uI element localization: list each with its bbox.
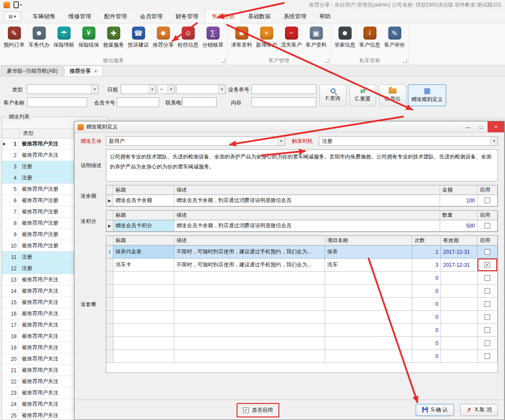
- group-dialog-launcher-icon[interactable]: [325, 59, 329, 63]
- package-enable-cell[interactable]: [478, 337, 498, 350]
- ribbon-insurance-claims-button[interactable]: ☂保险理赔: [51, 24, 76, 57]
- content-input[interactable]: [251, 97, 316, 107]
- package-desc-cell[interactable]: [174, 350, 325, 363]
- ribbon-lost-customer-button[interactable]: −流失客户: [279, 24, 304, 57]
- package-enable-cell-annotated[interactable]: [478, 259, 498, 272]
- package-expiry-cell[interactable]: [441, 324, 478, 337]
- package-project-cell[interactable]: [325, 311, 412, 324]
- package-expiry-cell[interactable]: [441, 272, 478, 285]
- points-title-cell[interactable]: 赠送会员卡积分: [113, 220, 174, 232]
- ribbon-appointment-orders-button[interactable]: ✎预约订单: [2, 24, 27, 57]
- package-enable-cell[interactable]: [478, 298, 498, 311]
- balance-title-cell[interactable]: 赠送会员卡余额: [113, 195, 174, 206]
- tab-close-icon[interactable]: ×: [94, 68, 97, 74]
- cancel-button[interactable]: ✗X.取 消: [460, 404, 498, 416]
- group-dialog-launcher-icon[interactable]: [221, 59, 225, 63]
- tab-function-navigation[interactable]: 豪华版--功能导航(AB): [1, 66, 63, 76]
- menu-member-management[interactable]: 会员管理: [133, 10, 169, 23]
- type-select[interactable]: [27, 84, 98, 94]
- ribbon-customer-info-button[interactable]: i客户信息: [357, 24, 382, 57]
- ribbon-butler-info-button[interactable]: ☻管家信息: [332, 24, 357, 57]
- package-enable-checkbox[interactable]: [485, 288, 490, 294]
- date-from-select[interactable]: [121, 84, 156, 94]
- balance-amount-cell[interactable]: 100: [440, 195, 478, 206]
- package-expiry-cell[interactable]: 2017-12-31: [441, 245, 478, 259]
- package-enable-checkbox[interactable]: [485, 353, 490, 359]
- package-expiry-cell[interactable]: [441, 337, 478, 350]
- package-project-cell[interactable]: [325, 337, 412, 350]
- ribbon-rescue-service-button[interactable]: ✚救援服务: [101, 24, 126, 57]
- package-title-cell[interactable]: [113, 285, 174, 298]
- package-enable-cell[interactable]: [478, 350, 498, 363]
- ribbon-prospect-info-button[interactable]: ☻潜客资料: [229, 24, 254, 57]
- package-desc-cell[interactable]: 不限时，可随时到店使用，建议通过手机预约，我们会为...: [174, 245, 325, 259]
- menu-repair-management[interactable]: 维修管理: [62, 10, 98, 23]
- package-project-cell[interactable]: [325, 350, 412, 363]
- rule-enable-group[interactable]: 是否启用: [237, 403, 279, 417]
- ribbon-complaints-button[interactable]: ☎投诉建议: [126, 24, 151, 57]
- package-enable-cell[interactable]: [478, 285, 498, 298]
- package-enable-cell[interactable]: [478, 324, 498, 337]
- package-desc-cell[interactable]: [174, 337, 325, 350]
- package-count-cell[interactable]: 0: [412, 285, 441, 298]
- balance-enable-checkbox[interactable]: [485, 198, 490, 203]
- menu-aftersales-marketing[interactable]: 售后营销: [205, 10, 241, 23]
- reset-button[interactable]: ⇄C.重置: [349, 84, 376, 106]
- ribbon-customer-files-button[interactable]: ▣客户资料: [304, 24, 329, 57]
- package-title-cell[interactable]: [113, 272, 174, 285]
- tab-referral-share[interactable]: 推荐分享×: [64, 66, 103, 76]
- balance-desc-cell[interactable]: 赠送会员卡余额，到店通过消费请说明是微信会员: [174, 195, 440, 206]
- order-no-input[interactable]: [251, 84, 316, 94]
- package-count-cell[interactable]: 0: [412, 337, 441, 350]
- trigger-time-select[interactable]: 注册: [319, 136, 498, 146]
- member-card-input[interactable]: [117, 97, 159, 107]
- package-title-cell[interactable]: 保养代金卷: [113, 245, 174, 259]
- menu-system-management[interactable]: 系统管理: [277, 10, 313, 23]
- package-expiry-cell[interactable]: 2017-12-31: [441, 259, 478, 272]
- package-count-cell[interactable]: 0: [412, 311, 441, 324]
- titlebar-dropdown-icon[interactable]: ▾: [20, 3, 22, 7]
- menu-base-data[interactable]: 基础数据: [241, 10, 277, 23]
- package-count-cell[interactable]: 0: [412, 324, 441, 337]
- ribbon-customer-review-button[interactable]: ✎客户评价: [382, 24, 407, 57]
- package-project-cell[interactable]: [325, 298, 412, 311]
- package-enable-cell[interactable]: [478, 311, 498, 324]
- close-button[interactable]: ×: [488, 121, 504, 132]
- package-expiry-cell[interactable]: [441, 298, 478, 311]
- menu-vehicle-sales[interactable]: 车辆销售: [26, 10, 62, 23]
- package-enable-cell[interactable]: [478, 272, 498, 285]
- package-count-cell[interactable]: 0: [412, 298, 441, 311]
- group-dialog-launcher-icon[interactable]: [403, 59, 407, 63]
- gift-rules-button[interactable]: ▦赠送规则定义: [408, 84, 446, 106]
- package-project-cell[interactable]: [325, 285, 412, 298]
- package-enable-checkbox[interactable]: [485, 275, 490, 281]
- package-project-cell[interactable]: 保养: [325, 245, 412, 259]
- package-title-cell[interactable]: 洗车卡: [113, 259, 174, 272]
- package-desc-cell[interactable]: [174, 285, 325, 298]
- package-enable-checkbox[interactable]: [485, 262, 490, 268]
- package-enable-checkbox[interactable]: [485, 340, 490, 346]
- device-icon[interactable]: [14, 1, 19, 8]
- ribbon-insurance-renewal-button[interactable]: ¥保险续保: [76, 24, 101, 57]
- minimize-button[interactable]: —: [461, 121, 474, 132]
- package-enable-checkbox[interactable]: [485, 314, 490, 320]
- package-count-cell[interactable]: 1: [412, 245, 441, 259]
- ribbon-referral-share-button[interactable]: ☻推荐分享: [151, 24, 176, 57]
- date-to-select[interactable]: [176, 84, 226, 94]
- package-project-cell[interactable]: [325, 324, 412, 337]
- ribbon-fans-info-button[interactable]: ☺粉丝信息: [176, 24, 200, 57]
- package-project-cell[interactable]: [325, 272, 412, 285]
- package-count-cell[interactable]: 0: [412, 272, 441, 285]
- package-count-cell[interactable]: 0: [412, 350, 441, 363]
- package-expiry-cell[interactable]: [441, 285, 478, 298]
- package-desc-cell[interactable]: 不限时，可随时到店使用，建议通过手机预约，我们会为...: [174, 259, 325, 272]
- points-quantity-cell[interactable]: 500: [440, 220, 478, 232]
- package-enable-cell[interactable]: [478, 245, 498, 259]
- ribbon-add-customer-button[interactable]: +新增客户: [254, 24, 279, 57]
- package-desc-cell[interactable]: [174, 311, 325, 324]
- package-enable-checkbox[interactable]: [485, 249, 490, 255]
- date-range-select[interactable]: ~: [157, 84, 175, 94]
- maximize-button[interactable]: □: [474, 121, 488, 132]
- package-title-cell[interactable]: [113, 311, 174, 324]
- rule-enable-checkbox[interactable]: [243, 407, 249, 413]
